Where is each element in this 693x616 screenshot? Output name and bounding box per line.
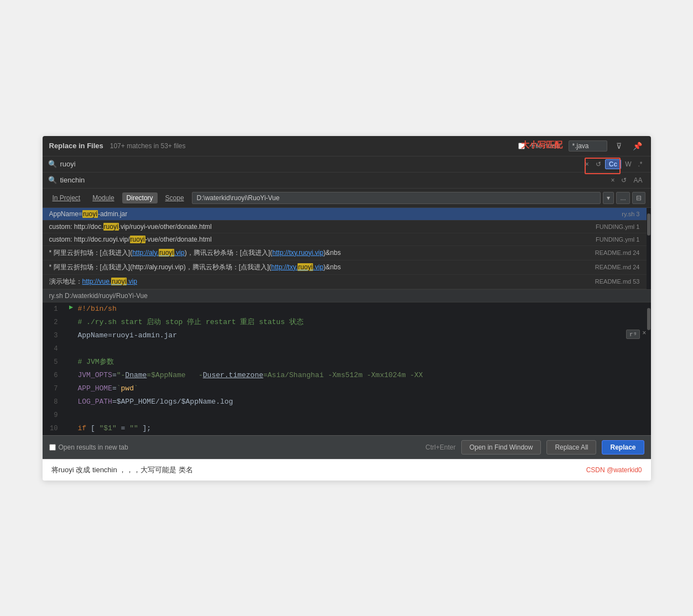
- panel-title: Replace in Files: [49, 142, 103, 150]
- open-new-tab-label: Open results in new tab: [59, 443, 128, 451]
- dir-input-container: ▾ ... ⊟: [192, 192, 645, 204]
- result-link3: http://txy.ruoyi.vip: [271, 263, 324, 271]
- result-filename: README.md 24: [595, 264, 640, 270]
- result-filename: README.md 53: [595, 278, 640, 285]
- code-line-3: 3 AppName=ruoyi-admin.jar rᵍ ×: [43, 329, 647, 342]
- scope-tab-directory[interactable]: Directory: [122, 192, 158, 203]
- code-line-5: 5 # JVM参数: [43, 356, 647, 369]
- shortcut-hint: Ctrl+Enter: [425, 443, 455, 451]
- search-icon: 🔍: [48, 160, 57, 168]
- file-info-path: D:/waterkid/ruoyi/RuoYi-Vue: [65, 292, 148, 300]
- clear-replace-button[interactable]: ×: [608, 175, 617, 185]
- aa-label: AA: [633, 176, 642, 184]
- scope-tab-project[interactable]: In Project: [48, 192, 85, 203]
- open-new-tab-checkbox[interactable]: [49, 444, 56, 451]
- search-input[interactable]: [60, 160, 579, 168]
- dir-browse-button[interactable]: ...: [616, 192, 629, 204]
- code-line-8: 8 LOG_PATH=$APP_HOME/logs/$AppName.log: [43, 395, 647, 409]
- preserve-case-button[interactable]: AA: [631, 175, 645, 185]
- open-new-tab-option: Open results in new tab: [49, 443, 128, 451]
- result-text: custom: http://doc.ruoyi.vip/ruoyi-vue/o…: [49, 223, 592, 231]
- run-icon: ▶: [69, 303, 73, 311]
- result-filename: ry.sh 3: [622, 211, 639, 217]
- result-row[interactable]: AppName=ruoyi-admin.jar ry.sh 3: [43, 208, 647, 221]
- bottom-bar: Open results in new tab Ctrl+Enter Open …: [43, 435, 651, 459]
- regex-button[interactable]: .*: [635, 159, 645, 169]
- line-num-4: 4: [43, 343, 65, 355]
- result-filename: FUNDING.yml 1: [596, 223, 639, 230]
- dir-dropdown-button[interactable]: ▾: [603, 192, 614, 204]
- scope-tab-scope[interactable]: Scope: [161, 192, 189, 203]
- filter-button[interactable]: ⊽: [614, 140, 624, 152]
- filter-icon: ⊽: [616, 142, 622, 150]
- result-filename: FUNDING.yml 1: [596, 236, 639, 243]
- file-info-name: ry.sh: [49, 292, 63, 300]
- result-text: * 阿里云折扣场：[点我进入](http://aly.ruoyi.vip)，腾讯…: [49, 263, 591, 272]
- directory-input[interactable]: [192, 192, 601, 204]
- results-list: AppName=ruoyi-admin.jar ry.sh 3 custom: …: [43, 208, 647, 289]
- code-view-container: 1 ▶ #!/bin/sh 2 # ./ry.sh start 启动 stop …: [43, 302, 651, 435]
- result-row[interactable]: 演示地址：http://vue.ruoyi.vip README.md 53: [43, 275, 647, 289]
- open-find-window-button[interactable]: Open in Find Window: [461, 440, 541, 455]
- result-text: 演示地址：http://vue.ruoyi.vip: [49, 277, 591, 286]
- results-scrollbar[interactable]: [647, 208, 651, 289]
- replace-row: 🔍 × ↺ AA: [43, 173, 651, 189]
- dir-icon-button[interactable]: ⊟: [632, 192, 645, 204]
- code-line-6: 6 JVM_OPTS="-Dname=$AppName -Duser.timez…: [43, 369, 647, 382]
- line-content-5: # JVM参数: [78, 356, 647, 368]
- scope-scope-label: Scope: [165, 194, 184, 202]
- replace-close-button[interactable]: ×: [642, 330, 646, 337]
- line-content-8: LOG_PATH=$APP_HOME/logs/$AppName.log: [78, 396, 647, 408]
- line-num-6: 6: [43, 369, 65, 382]
- caption-text: 将ruoyi 改成 tienchin ，，，大写可能是 类名: [51, 465, 193, 475]
- result-row[interactable]: custom: http://doc.ruoyi.vip/ruoyi-vue/o…: [43, 233, 647, 246]
- result-text: * 阿里云折扣场：[点我进入](http://aly.ruoyi.vip)，腾讯…: [49, 248, 591, 258]
- result-highlight: ruoyi: [82, 210, 98, 218]
- pin-button[interactable]: 📌: [631, 140, 644, 152]
- replace-refresh-button[interactable]: ↺: [618, 175, 629, 185]
- line-content-6: JVM_OPTS="-Dname=$AppName -Duser.timezon…: [78, 369, 647, 382]
- file-mask-checkbox[interactable]: [518, 143, 525, 149]
- code-line-7: 7 APP_HOME=`pwd`: [43, 382, 647, 395]
- result-filename: README.md 24: [595, 249, 640, 256]
- line-gutter-1[interactable]: ▶: [65, 303, 78, 311]
- line-num-5: 5: [43, 356, 65, 368]
- search-panel: Replace in Files 107+ matches in 53+ fil…: [43, 136, 651, 459]
- header-bar: Replace in Files 107+ matches in 53+ fil…: [43, 136, 651, 156]
- result-text: custom: http://doc.ruoyi.vip/ruoyi-vue/o…: [49, 236, 592, 243]
- line-num-3: 3: [43, 330, 65, 342]
- result-link4: http://vue.ruoyi.vip: [82, 278, 137, 285]
- file-mask-label: File mask:: [532, 142, 562, 150]
- word-button[interactable]: W: [622, 159, 634, 169]
- refresh-button[interactable]: ↺: [593, 159, 604, 169]
- replace-input[interactable]: [60, 176, 605, 184]
- result-row[interactable]: * 阿里云折扣场：[点我进入](http://aly.ruoyi.vip)，腾讯…: [43, 260, 647, 275]
- result-row[interactable]: * 阿里云折扣场：[点我进入](http://aly.ruoyi.vip)，腾讯…: [43, 246, 647, 260]
- scope-module-label: Module: [92, 194, 114, 202]
- code-scrollbar[interactable]: [647, 302, 651, 435]
- code-line-10: 10 if [ "$1" = "" ];: [43, 422, 647, 435]
- replace-button[interactable]: Replace: [602, 440, 644, 455]
- line-num-1: 1: [43, 303, 65, 315]
- replace-actions: × ↺ AA: [608, 175, 645, 185]
- line-content-3: AppName=ruoyi-admin.jar: [78, 330, 627, 342]
- match-count: 107+ matches in 53+ files: [110, 142, 186, 150]
- result-link: http://aly.ruoyi.vip: [132, 249, 185, 257]
- result-row[interactable]: custom: http://doc.ruoyi.vip/ruoyi-vue/o…: [43, 221, 647, 233]
- line-num-10: 10: [43, 422, 65, 435]
- line-content-2: # ./ry.sh start 启动 stop 停止 restart 重启 st…: [78, 316, 647, 328]
- result-text: AppName=ruoyi-admin.jar: [49, 210, 618, 218]
- line-num-7: 7: [43, 383, 65, 395]
- code-scrollbar-thumb[interactable]: [647, 308, 650, 330]
- result-highlight: ruoyi: [111, 278, 127, 285]
- scope-tab-module[interactable]: Module: [88, 192, 118, 203]
- result-highlight: ruoyi: [159, 249, 174, 257]
- file-mask-input[interactable]: [569, 140, 607, 152]
- replace-all-button[interactable]: Replace All: [546, 440, 596, 455]
- replace-icon: 🔍: [48, 176, 57, 184]
- search-actions: × ↺ Cc W .*: [582, 159, 645, 169]
- replace-badge: rᵍ: [626, 330, 640, 339]
- scrollbar-thumb[interactable]: [647, 213, 650, 236]
- case-sensitive-button[interactable]: Cc: [605, 159, 621, 169]
- clear-search-button[interactable]: ×: [582, 159, 592, 169]
